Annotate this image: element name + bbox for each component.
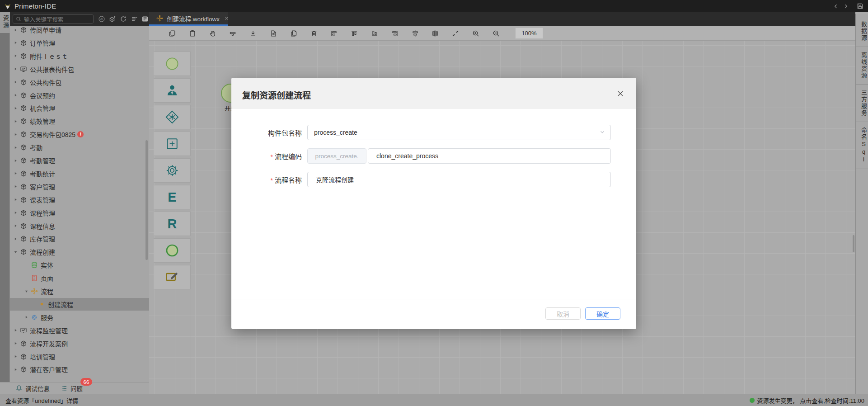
tree-item[interactable]: 考勤管理 [10,154,149,167]
nav-forward-icon[interactable] [841,1,851,11]
palette-entity-e[interactable]: E [154,185,191,209]
palette-subprocess[interactable] [154,132,191,156]
save-icon[interactable] [854,1,865,11]
tree-item[interactable]: 流程创建 [10,245,149,258]
palette-end-event[interactable] [154,238,191,263]
status-left-text[interactable]: 查看资源「undefined」详情 [5,396,78,405]
caret-right-icon[interactable] [14,368,20,372]
caret-right-icon[interactable] [14,211,20,215]
right-rail-tab[interactable]: 命名Sql [856,122,868,169]
caret-right-icon[interactable] [14,237,20,241]
copy-button[interactable] [166,28,178,39]
left-rail-tab-resources[interactable]: 资源 [0,12,10,33]
tree-item[interactable]: 订单管理 [10,37,149,49]
tab-close-icon[interactable] [224,15,229,22]
fit-screen-button[interactable] [450,28,461,39]
copy-file-button[interactable] [288,28,300,39]
sort-list-button[interactable] [130,15,138,24]
tree-item[interactable]: 流程监控管理 [10,324,149,337]
caret-right-icon[interactable] [14,159,20,163]
problems-button[interactable]: 问题 [61,384,83,393]
caret-right-icon[interactable] [14,28,20,32]
palette-resource-r[interactable]: R [154,212,191,236]
caret-right-icon[interactable] [14,119,20,123]
caret-right-icon[interactable] [14,80,20,84]
panel-dark-button[interactable] [141,15,149,24]
palette-user-task[interactable] [154,78,191,103]
caret-right-icon[interactable] [24,315,31,319]
tree-item[interactable]: 公共构件包 [10,76,149,89]
tree-item[interactable]: 创建流程 [10,298,149,311]
tree-item[interactable]: 课程信息 [10,220,149,232]
tree-item[interactable]: 传阅单申请 [10,26,149,36]
caret-right-icon[interactable] [14,354,20,359]
tree-item[interactable]: 机会管理 [10,102,149,114]
tree-item[interactable]: 考勤统计 [10,167,149,180]
tree-item[interactable]: 页面 [10,272,149,284]
caret-right-icon[interactable] [14,106,20,110]
download-button[interactable] [247,28,259,39]
align-left-button[interactable] [328,28,340,39]
tree-item[interactable]: 实体 [10,259,149,271]
palette-service-task[interactable] [154,158,191,183]
nav-back-icon[interactable] [831,1,841,11]
caret-right-icon[interactable] [14,341,20,345]
caret-right-icon[interactable] [14,184,20,189]
cube-plus-button[interactable] [108,15,117,24]
tree-item[interactable]: 课表管理 [10,194,149,206]
tree-item[interactable]: 流程开发案例 [10,337,149,350]
package-name-select[interactable]: process_create [307,125,611,140]
tree-item[interactable]: 流程 [10,285,149,297]
palette-start-event[interactable] [154,52,191,76]
status-right[interactable]: 资源发生变更， 点击查看,检查时间:11:00 [750,396,864,405]
caret-down-icon[interactable] [24,289,31,293]
zoom-out-button[interactable] [490,28,502,39]
caret-right-icon[interactable] [14,54,20,58]
caret-right-icon[interactable] [14,67,20,71]
tree-item[interactable]: 交易构件包0825! [10,128,149,141]
cancel-button[interactable]: 取消 [545,307,581,320]
tree-scrollbar[interactable] [145,140,148,260]
palette-annotation[interactable] [154,265,191,289]
tree-item[interactable]: 客户管理 [10,180,149,193]
caret-right-icon[interactable] [14,171,20,175]
process-code-input[interactable]: clone_create_process [368,148,611,164]
delete-button[interactable] [308,28,320,39]
tree-item[interactable]: 会议预约 [10,89,149,102]
align-bottom-button[interactable] [369,28,380,39]
tree-item[interactable]: 公共报表构件包 [10,63,149,76]
tree-item[interactable]: 服务 [10,311,149,324]
file-button[interactable] [267,28,279,39]
hand-button[interactable] [207,28,219,39]
palette-gateway[interactable] [154,105,191,129]
format-brush-button[interactable] [227,28,239,39]
caret-right-icon[interactable] [14,328,20,332]
tree-item[interactable]: 库存管理 [10,232,149,245]
caret-right-icon[interactable] [14,224,20,228]
caret-right-icon[interactable] [14,93,20,97]
caret-right-icon[interactable] [14,198,20,202]
ok-button[interactable]: 确定 [585,307,620,320]
caret-right-icon[interactable] [14,132,20,137]
dialog-close-icon[interactable] [615,89,625,99]
debug-info-button[interactable]: 调试信息 [15,384,50,393]
zoom-in-button[interactable] [470,28,482,39]
align-top-button[interactable] [348,28,360,39]
process-name-input[interactable]: 克隆流程创建 [307,172,611,187]
tree-item[interactable]: 附件Ｔｅｓｔ [10,50,149,62]
right-rail-tab[interactable]: 数据源 [856,16,868,47]
right-rail-tab[interactable]: 离线资源 [856,47,868,85]
tree-item[interactable]: 潜在客户管理 [10,363,149,376]
tree-item[interactable]: 绩效管理 [10,115,149,127]
distribute-horizontal-button[interactable] [429,28,441,39]
ai-button[interactable]: AI [97,15,106,24]
refresh-button[interactable] [119,15,127,24]
caret-down-icon[interactable] [14,250,20,254]
caret-right-icon[interactable] [14,146,20,150]
align-center-button[interactable] [409,28,421,39]
tree-item[interactable]: 培训管理 [10,350,149,363]
right-rail-tab[interactable]: 三方服务 [856,85,868,122]
tree-item[interactable]: 课程管理 [10,207,149,219]
zoom-level-box[interactable]: 100% [515,28,543,39]
align-right-button[interactable] [389,28,401,39]
